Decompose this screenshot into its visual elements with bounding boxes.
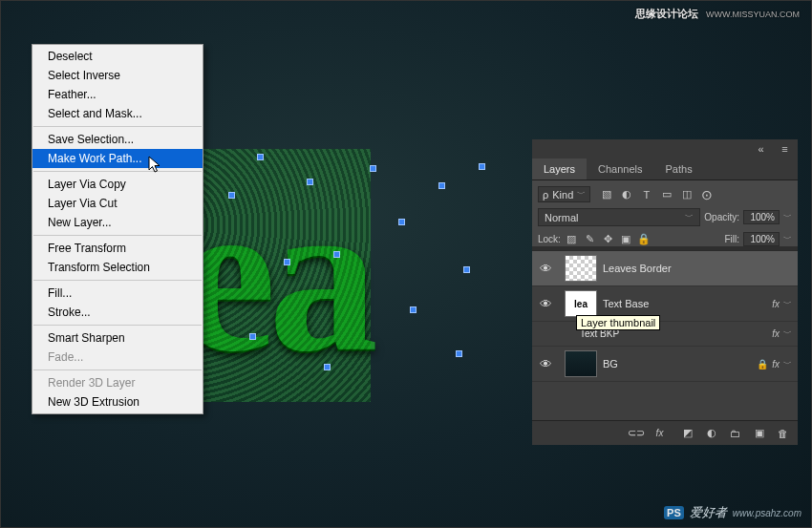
menu-new-layer[interactable]: New Layer... xyxy=(32,213,203,232)
lock-artboard-icon[interactable]: ▣ xyxy=(619,232,633,246)
layer-thumbnail[interactable]: lea xyxy=(565,290,597,317)
chevron-down-icon[interactable]: ﹀ xyxy=(783,211,792,223)
panel-tabs: Layers Channels Paths xyxy=(532,158,798,180)
layer-row[interactable]: 👁 lea Text Base fx ﹀ Layer thumbnail xyxy=(532,286,798,322)
menu-render-3d-layer: Render 3D Layer xyxy=(32,373,203,392)
filter-kind-select[interactable]: ρ Kind ﹀ xyxy=(538,186,590,202)
watermark-top: 思缘设计论坛 WWW.MISSYUAN.COM xyxy=(635,7,800,21)
menu-deselect[interactable]: Deselect xyxy=(32,47,203,66)
fill-value[interactable]: 100% xyxy=(743,232,780,246)
menu-stroke[interactable]: Stroke... xyxy=(32,303,203,322)
layers-panel-footer: ⊂⊃ fx ◩ ◐ 🗀 ▣ 🗑 xyxy=(532,420,798,445)
chevron-down-icon: ﹀ xyxy=(685,211,694,223)
watermark-bottom-text: 爱好者 xyxy=(690,504,727,521)
layer-thumbnail[interactable] xyxy=(565,350,597,377)
visibility-eye-icon[interactable]: 👁 xyxy=(532,262,559,276)
layer-name[interactable]: Text Base xyxy=(603,298,772,309)
ps-badge: PS xyxy=(664,506,684,519)
filter-type-icon[interactable]: T xyxy=(639,187,653,201)
menu-transform-selection[interactable]: Transform Selection xyxy=(32,258,203,277)
watermark-bottom: PS 爱好者 www.psahz.com xyxy=(664,504,801,521)
new-layer-icon[interactable]: ▣ xyxy=(752,426,766,440)
link-layers-icon[interactable]: ⊂⊃ xyxy=(629,426,643,440)
visibility-eye-icon[interactable]: 👁 xyxy=(532,357,559,371)
tab-paths[interactable]: Paths xyxy=(654,158,704,180)
layer-style-icon[interactable]: fx xyxy=(652,426,667,440)
context-menu: Deselect Select Inverse Feather... Selec… xyxy=(32,44,203,414)
menu-fade: Fade... xyxy=(32,348,203,367)
filter-toggle-icon[interactable]: ⊙ xyxy=(699,187,714,201)
filter-kind-label: Kind xyxy=(552,189,573,201)
layer-mask-icon[interactable]: ◩ xyxy=(680,426,694,440)
adjustment-layer-icon[interactable]: ◐ xyxy=(704,426,718,440)
fx-badge[interactable]: fx xyxy=(772,359,780,370)
cursor-icon xyxy=(148,156,163,175)
layers-list: 👁 Leaves Border 👁 lea Text Base fx ﹀ Lay… xyxy=(532,250,798,420)
tab-layers[interactable]: Layers xyxy=(532,158,587,180)
layer-row[interactable]: 👁 BG 🔒 fx ﹀ xyxy=(532,347,798,382)
filter-smartobject-icon[interactable]: ◫ xyxy=(679,187,694,201)
lock-label: Lock: xyxy=(538,234,561,244)
fx-badge[interactable]: fx xyxy=(772,299,780,309)
tooltip: Layer thumbnail xyxy=(576,315,660,330)
blend-mode-value: Normal xyxy=(545,212,578,223)
lock-icon: 🔒 xyxy=(757,359,768,370)
watermark-bottom-url: www.psahz.com xyxy=(733,508,801,518)
layer-thumbnail[interactable] xyxy=(565,255,597,282)
blend-mode-select[interactable]: Normal ﹀ xyxy=(538,208,700,226)
layer-row[interactable]: Text BKP fx ﹀ xyxy=(532,322,798,347)
filter-pixel-icon[interactable]: ▧ xyxy=(599,187,613,201)
lock-position-icon[interactable]: ✥ xyxy=(601,232,615,246)
menu-layer-via-copy[interactable]: Layer Via Copy xyxy=(32,175,203,194)
menu-layer-via-cut[interactable]: Layer Via Cut xyxy=(32,194,203,213)
menu-feather[interactable]: Feather... xyxy=(32,85,203,104)
chevron-down-icon: ﹀ xyxy=(577,188,586,201)
watermark-url-text: WWW.MISSYUAN.COM xyxy=(706,10,800,19)
chevron-down-icon[interactable]: ﹀ xyxy=(783,358,792,370)
lock-paint-icon[interactable]: ✎ xyxy=(583,232,597,246)
menu-smart-sharpen[interactable]: Smart Sharpen xyxy=(32,328,203,348)
menu-new-3d-extrusion[interactable]: New 3D Extrusion xyxy=(32,392,203,412)
fill-label: Fill: xyxy=(724,234,739,244)
menu-save-selection[interactable]: Save Selection... xyxy=(32,130,203,149)
chevron-down-icon[interactable]: ﹀ xyxy=(783,298,792,310)
layer-name[interactable]: Leaves Border xyxy=(603,263,792,274)
menu-select-and-mask[interactable]: Select and Mask... xyxy=(32,104,203,123)
layers-panel: « ≡ Layers Channels Paths ρ Kind ﹀ ▧ ◐ T… xyxy=(532,139,798,445)
chevron-down-icon[interactable]: ﹀ xyxy=(783,327,792,340)
filter-adjustment-icon[interactable]: ◐ xyxy=(619,187,633,201)
fx-badge[interactable]: fx xyxy=(772,328,780,339)
layer-row[interactable]: 👁 Leaves Border xyxy=(532,251,798,286)
lock-all-icon[interactable]: 🔒 xyxy=(637,232,652,246)
opacity-value[interactable]: 100% xyxy=(743,210,780,224)
chevron-down-icon[interactable]: ﹀ xyxy=(783,233,792,245)
filter-shape-icon[interactable]: ▭ xyxy=(659,187,673,201)
tab-channels[interactable]: Channels xyxy=(587,158,653,180)
menu-make-work-path[interactable]: Make Work Path... xyxy=(32,149,203,168)
group-icon[interactable]: 🗀 xyxy=(728,426,742,440)
filter-search-icon: ρ xyxy=(543,189,548,201)
lock-transparency-icon[interactable]: ▨ xyxy=(565,232,579,246)
collapse-icon[interactable]: « xyxy=(754,142,768,157)
opacity-label: Opacity: xyxy=(704,212,739,222)
layer-name[interactable]: BG xyxy=(603,358,757,370)
visibility-eye-icon[interactable]: 👁 xyxy=(532,297,559,311)
delete-layer-icon[interactable]: 🗑 xyxy=(776,426,790,440)
menu-free-transform[interactable]: Free Transform xyxy=(32,239,203,258)
panel-menu-icon[interactable]: ≡ xyxy=(778,142,792,157)
menu-fill[interactable]: Fill... xyxy=(32,284,203,303)
watermark-cn-text: 思缘设计论坛 xyxy=(635,7,698,21)
menu-select-inverse[interactable]: Select Inverse xyxy=(32,66,203,85)
